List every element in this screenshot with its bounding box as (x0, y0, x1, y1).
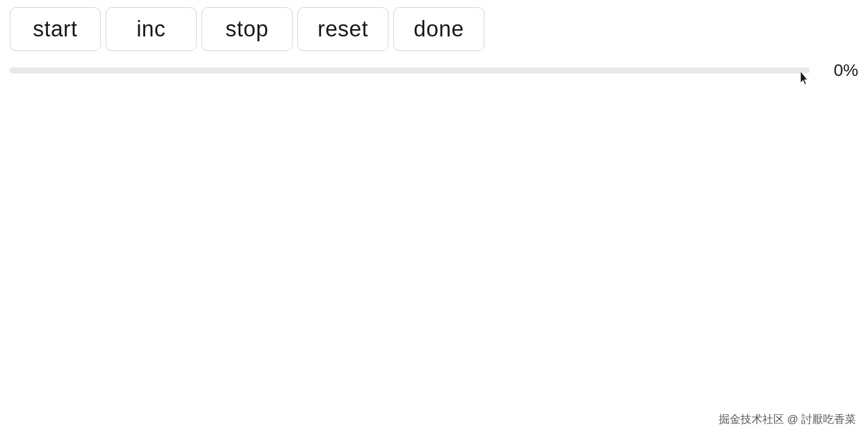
reset-button[interactable]: reset (297, 7, 388, 51)
progress-container: 0% (0, 61, 868, 80)
stop-button[interactable]: stop (202, 7, 293, 51)
done-button[interactable]: done (393, 7, 484, 51)
progress-bar-track (10, 67, 810, 74)
progress-label: 0% (816, 61, 858, 80)
inc-button[interactable]: inc (106, 7, 197, 51)
watermark: 掘金技术社区 @ 討厭吃香菜 (719, 412, 856, 426)
start-button[interactable]: start (10, 7, 101, 51)
toolbar: startincstopresetdone (0, 0, 868, 58)
